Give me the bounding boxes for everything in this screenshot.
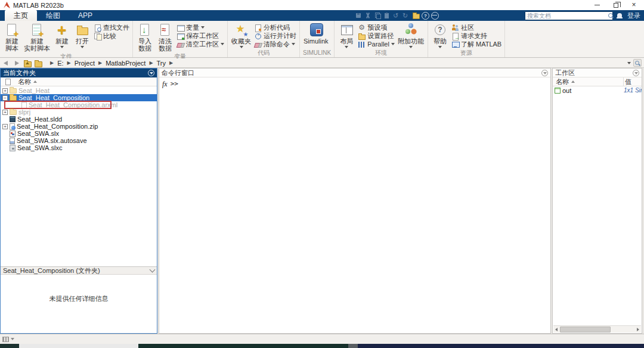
breadcrumb-item-Try[interactable]: Try — [156, 60, 167, 67]
up-folder-icon[interactable] — [23, 60, 32, 67]
tree-row-Seat_Heat.sldd[interactable]: Seat_Heat.sldd — [1, 116, 157, 123]
breadcrumb-item-E[interactable]: E: — [56, 60, 64, 67]
button-label: 收藏夹 — [231, 38, 251, 45]
back-icon[interactable] — [2, 60, 11, 67]
new-live-script-button[interactable]: 新建实时脚本 — [22, 21, 52, 52]
address-dropdown-icon[interactable] — [627, 62, 631, 64]
search-icon[interactable] — [608, 13, 611, 19]
tree-row-Seat_Heat[interactable]: +Seat_Heat — [1, 87, 157, 94]
tree-row-Seat_SWA.slx.autosave[interactable]: Seat_SWA.slx.autosave — [1, 137, 157, 144]
panel-menu-icon[interactable] — [148, 70, 154, 76]
tree-row-slprj[interactable]: +slprj — [1, 108, 157, 116]
clear-ws-button[interactable]: 清空工作区 — [175, 40, 225, 48]
cut-icon[interactable] — [364, 12, 371, 19]
expander-icon[interactable]: + — [2, 124, 8, 129]
new-button[interactable]: 新建 — [52, 21, 72, 48]
run-time-button[interactable]: 运行并计时 — [253, 32, 298, 40]
minimize-button[interactable] — [588, 0, 606, 10]
ribbon-section-items: 收藏夹分析代码运行并计时清除命令 — [230, 21, 298, 48]
workspace-name-column[interactable]: 名称 — [553, 77, 624, 86]
request-support-button[interactable]: 请求支持 — [450, 32, 503, 40]
panel-menu-icon[interactable] — [541, 70, 548, 76]
add-ons-button[interactable]: 附加功能 — [396, 21, 426, 48]
close-button[interactable]: × — [625, 0, 643, 10]
breadcrumb-item-Project[interactable]: Project — [73, 60, 96, 67]
import-data-button[interactable]: 导入数据 — [135, 21, 155, 52]
tree-row-Seat_Heat_Composition.zip[interactable]: +Seat_Heat_Composition.zip — [1, 123, 157, 130]
open-button[interactable]: 打开 — [72, 21, 92, 48]
restore-button[interactable] — [607, 0, 625, 10]
favorites-button[interactable]: 收藏夹 — [230, 21, 253, 48]
scroll-thumb[interactable] — [560, 327, 611, 333]
compare-button[interactable]: 比较 — [92, 32, 131, 40]
clean-data-button[interactable]: 清洗数据 — [155, 21, 175, 52]
tree-row-Seat_Heat_Composition.arxml[interactable]: Seat_Heat_Composition.arxml — [1, 101, 157, 108]
expander-icon[interactable]: − — [2, 95, 8, 101]
file-name: Seat_SWA.slx.autosave — [17, 137, 87, 144]
details-message: 未提供任何详细信息 — [49, 294, 109, 303]
panel-menu-icon[interactable] — [633, 70, 639, 76]
slxc-file-icon — [10, 145, 16, 151]
expander-icon[interactable]: + — [2, 110, 8, 115]
name-column-header[interactable]: 名称 — [1, 77, 157, 86]
breadcrumb-separator-icon: ▶ — [167, 60, 175, 66]
globe-icon[interactable] — [431, 12, 438, 19]
paste-icon[interactable] — [383, 12, 391, 19]
redo-icon[interactable] — [402, 12, 410, 19]
workspace-value-column[interactable]: 值 — [624, 77, 642, 86]
forward-icon[interactable] — [13, 60, 21, 67]
command-window-body[interactable]: fx >> — [159, 77, 550, 89]
clean-data-icon — [158, 23, 172, 37]
save-ws-button[interactable]: 保存工作区 — [175, 32, 225, 40]
parallel-button[interactable]: Parallel — [357, 40, 396, 48]
tree-row-Seat_Heat_Composition[interactable]: −Seat_Heat_Composition — [1, 94, 157, 101]
folder-icon[interactable] — [412, 12, 419, 19]
analyze-code-button[interactable]: 分析代码 — [253, 23, 298, 32]
clear-commands-button[interactable]: 清除命令 — [253, 40, 298, 48]
set-path-button[interactable]: 设置路径 — [357, 32, 396, 40]
copy-icon[interactable] — [374, 12, 381, 19]
layout-button[interactable]: 布局 — [336, 21, 357, 48]
simulink-button[interactable]: Simulink — [302, 21, 330, 45]
variable-button[interactable]: 变量 — [175, 23, 225, 32]
taskbar-segment — [0, 344, 19, 348]
tree-row-Seat_SWA.slxc[interactable]: Seat_SWA.slxc — [1, 144, 157, 151]
button-label: 变量 — [186, 23, 199, 32]
expander-icon[interactable]: + — [2, 88, 8, 94]
ribbon-section-items: 帮助社区请求支持了解 MATLAB — [430, 21, 503, 48]
help-button[interactable]: 帮助 — [430, 21, 450, 48]
button-label: 比较 — [103, 32, 116, 41]
status-grid-icon[interactable] — [2, 337, 9, 342]
preferences-icon — [358, 24, 366, 32]
notifications-bell-icon[interactable] — [617, 13, 623, 19]
new-script-button[interactable]: 新建脚本 — [2, 21, 22, 52]
help-icon[interactable] — [422, 12, 429, 19]
undo-icon[interactable] — [393, 12, 400, 19]
doc-search-box — [525, 11, 613, 20]
doc-search-input[interactable] — [525, 13, 608, 19]
status-dropdown-icon[interactable] — [11, 338, 14, 340]
sign-in-button[interactable]: 登录 — [627, 11, 640, 20]
browse-folder-icon[interactable] — [34, 60, 43, 67]
learn-matlab-icon — [451, 41, 459, 48]
tab-APP[interactable]: APP — [69, 10, 101, 21]
workspace-row-out[interactable]: out 1x1 Sim — [553, 86, 642, 94]
find-files-button[interactable]: 查找文件 — [92, 23, 131, 32]
current-folder-panel: 当前文件夹 名称 +Seat_Heat−Seat_Heat_Compositio… — [0, 68, 157, 334]
breadcrumb-item-MatlabProject[interactable]: MatlabProject — [104, 60, 147, 67]
learn-matlab-button[interactable]: 了解 MATLAB — [450, 40, 503, 48]
tab-绘图[interactable]: 绘图 — [37, 10, 69, 21]
preferences-button[interactable]: 预设项 — [357, 23, 396, 32]
ribbon-section-label: 环境 — [336, 48, 426, 58]
scroll-left-icon[interactable] — [553, 326, 560, 333]
save-icon[interactable] — [355, 12, 362, 19]
button-label: 保存工作区 — [186, 32, 219, 41]
tree-row-Seat_SWA.slx[interactable]: Seat_SWA.slx — [1, 130, 157, 137]
workspace-hscrollbar[interactable] — [553, 325, 641, 333]
community-button[interactable]: 社区 — [450, 23, 503, 32]
details-header[interactable]: Seat_Heat_Composition (文件夹) — [1, 266, 157, 275]
scroll-right-icon[interactable] — [634, 326, 641, 333]
folder-search-icon[interactable] — [633, 59, 642, 67]
zip-file-icon — [10, 123, 15, 130]
tab-主页[interactable]: 主页 — [5, 10, 37, 21]
